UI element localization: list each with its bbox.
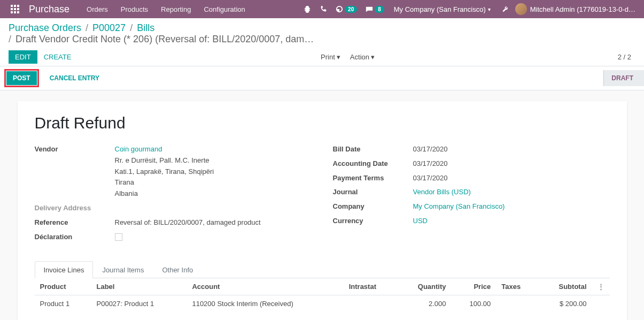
cell-quantity: 2.000	[397, 295, 452, 313]
activity-icon[interactable]: 20	[331, 5, 361, 13]
col-product[interactable]: Product	[35, 278, 91, 295]
activity-badge: 20	[345, 6, 357, 13]
breadcrumb-bills[interactable]: Bills	[137, 22, 154, 34]
reference-value: Reversal of: BILL/2020/0007, damaged pro…	[115, 217, 312, 228]
currency-link[interactable]: USD	[413, 217, 428, 225]
company-link[interactable]: My Company (San Francisco)	[413, 202, 505, 210]
user-name: Mitchell Admin (1776019-13-0-d…	[530, 5, 635, 13]
cell-subtotal: $ 200.00	[538, 295, 592, 313]
col-options-icon[interactable]: ⋮	[592, 278, 610, 295]
nav-orders[interactable]: Orders	[80, 5, 114, 13]
journal-label: Journal	[333, 187, 413, 198]
edit-button[interactable]: Edit	[9, 50, 37, 64]
pager[interactable]: 2 / 2	[618, 53, 635, 61]
debug-tools-icon[interactable]	[496, 5, 512, 13]
cell-product: Product 1	[35, 295, 91, 313]
col-subtotal[interactable]: Subtotal	[538, 278, 592, 295]
company-switcher[interactable]: My Company (San Francisco) ▾	[389, 5, 496, 13]
caret-down-icon: ▾	[371, 53, 375, 61]
print-dropdown[interactable]: Print ▾	[321, 53, 340, 61]
nav-products[interactable]: Products	[114, 5, 154, 13]
vendor-city: Tirana	[115, 177, 312, 188]
bug-icon[interactable]	[299, 5, 315, 13]
messages-icon[interactable]: 8	[361, 5, 389, 13]
vendor-link[interactable]: Coin gourmand	[115, 145, 162, 153]
messages-badge: 8	[375, 6, 384, 13]
breadcrumb: Purchase Orders / P00027 / Bills	[9, 22, 635, 34]
delivery-address-label: Delivery Address	[35, 203, 115, 214]
tab-invoice-lines[interactable]: Invoice Lines	[35, 261, 94, 278]
cell-account: 110200 Stock Interim (Received)	[187, 295, 343, 313]
vendor-addr2: Kati.1, Laprakë, Tirana, Shqipëri	[115, 166, 312, 178]
journal-link[interactable]: Vendor Bills (USD)	[413, 188, 471, 196]
cell-intrastat	[344, 295, 397, 313]
post-highlight: Post	[4, 69, 39, 87]
accounting-date-label: Accounting Date	[333, 158, 413, 170]
form-background: Draft Refund Vendor Coin gourmand Rr. e …	[0, 90, 644, 320]
statusbar: Post Cancel Entry Draft	[0, 66, 644, 90]
reference-label: Reference	[35, 217, 115, 228]
form-sheet: Draft Refund Vendor Coin gourmand Rr. e …	[18, 101, 627, 320]
invoice-lines-table: Product Label Account Intrastat Quantity…	[35, 278, 610, 312]
col-price[interactable]: Price	[452, 278, 496, 295]
post-button[interactable]: Post	[6, 71, 37, 85]
app-brand[interactable]: Purchase	[25, 4, 80, 15]
form-right-column: Bill Date 03/17/2020 Accounting Date 03/…	[333, 144, 610, 246]
tab-other-info[interactable]: Other Info	[153, 261, 202, 278]
breadcrumb-current: Draft Vendor Credit Note (* 206) (Revers…	[15, 34, 314, 45]
cancel-entry-button[interactable]: Cancel Entry	[43, 71, 106, 85]
declaration-checkbox[interactable]	[115, 233, 122, 241]
nav-configuration[interactable]: Configuration	[197, 5, 251, 13]
declaration-label: Déclaration	[35, 232, 115, 243]
top-navbar: Purchase Orders Products Reporting Confi…	[0, 0, 644, 18]
user-menu[interactable]: Mitchell Admin (1776019-13-0-d…	[512, 3, 639, 15]
company-label: Company	[333, 201, 413, 212]
page-title: Draft Refund	[35, 114, 610, 132]
vendor-addr1: Rr. e Durrësit, Pall. M.C. Inerte	[115, 155, 312, 166]
form-left-column: Vendor Coin gourmand Rr. e Durrësit, Pal…	[35, 144, 312, 246]
vendor-country: Albania	[115, 188, 312, 200]
col-intrastat[interactable]: Intrastat	[344, 278, 397, 295]
table-row[interactable]: Product 1 P00027: Product 1 110200 Stock…	[35, 295, 610, 313]
breadcrumb-p00027[interactable]: P00027	[92, 22, 126, 34]
col-label[interactable]: Label	[91, 278, 187, 295]
col-taxes[interactable]: Taxes	[496, 278, 538, 295]
col-account[interactable]: Account	[187, 278, 343, 295]
currency-label: Currency	[333, 216, 413, 227]
tab-journal-items[interactable]: Journal Items	[93, 261, 153, 278]
phone-icon[interactable]	[315, 5, 331, 13]
caret-down-icon: ▾	[488, 6, 491, 12]
breadcrumb-current-row: / Draft Vendor Credit Note (* 206) (Reve…	[9, 34, 635, 45]
company-name: My Company (San Francisco)	[394, 5, 486, 13]
bill-date-label: Bill Date	[333, 144, 413, 155]
create-button[interactable]: Create	[37, 50, 78, 64]
cell-taxes	[496, 295, 538, 313]
vendor-label: Vendor	[35, 144, 115, 200]
caret-down-icon: ▾	[337, 53, 340, 61]
payment-terms-value: 03/17/2020	[413, 173, 610, 184]
control-panel: Purchase Orders / P00027 / Bills / Draft…	[0, 18, 644, 66]
avatar	[515, 3, 527, 15]
breadcrumb-purchase-orders[interactable]: Purchase Orders	[9, 22, 81, 34]
accounting-date-value: 03/17/2020	[413, 158, 610, 170]
payment-terms-label: Payment Terms	[333, 173, 413, 184]
bill-date-value: 03/17/2020	[413, 144, 610, 155]
form-tabs: Invoice Lines Journal Items Other Info	[35, 261, 610, 278]
apps-icon[interactable]	[5, 5, 25, 13]
col-quantity[interactable]: Quantity	[397, 278, 452, 295]
action-dropdown[interactable]: Action ▾	[350, 53, 375, 61]
cell-label: P00027: Product 1	[91, 295, 187, 313]
nav-reporting[interactable]: Reporting	[154, 5, 197, 13]
cell-price: 100.00	[452, 295, 496, 313]
status-draft[interactable]: Draft	[603, 70, 644, 86]
delivery-address-value	[115, 203, 312, 214]
